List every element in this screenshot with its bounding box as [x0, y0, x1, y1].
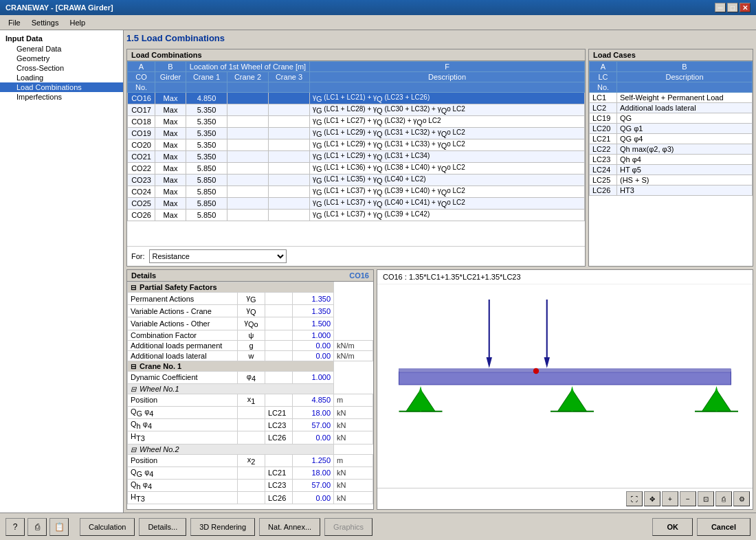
lc-row[interactable]: CO24 Max 5.850 γG (LC1 + LC37) + γQ (LC3…: [128, 186, 585, 198]
svg-point-6: [533, 368, 539, 374]
lc-case-no: LC21: [590, 134, 617, 144]
detail-lc-var-other: [265, 317, 293, 330]
col-sub-co: CO: [128, 72, 155, 82]
col-no-a: No.: [128, 82, 155, 93]
maximize-button[interactable]: □: [727, 3, 738, 12]
minimize-button[interactable]: ─: [715, 3, 726, 12]
toolbar-btn-7[interactable]: ⚙: [733, 491, 750, 506]
lc-row[interactable]: CO21 Max 5.350 γG (LC1 + LC29) + γQ (LC3…: [128, 151, 585, 163]
svg-marker-16: [569, 386, 575, 397]
lc-case-row[interactable]: LC25 (HS + S): [590, 175, 753, 185]
lc-row[interactable]: CO23 Max 5.850 γG (LC1 + LC35) + γQ (LC4…: [128, 175, 585, 186]
lc-case-row[interactable]: LC21 QG φ4: [590, 134, 753, 144]
lc-c: 5.850: [186, 198, 227, 210]
cancel-button[interactable]: Cancel: [697, 518, 751, 536]
w1-qh-val: 57.00: [293, 419, 334, 431]
w1-ht3-sym: [238, 431, 265, 444]
lc-c: 5.850: [186, 186, 227, 198]
icon-btn-export[interactable]: 📋: [49, 518, 69, 536]
lc-co: CO26: [128, 210, 155, 221]
lc-case-desc: QG: [617, 113, 753, 124]
lc-row[interactable]: CO17 Max 5.350 γG (LC1 + LC28) + γQ (LC3…: [128, 104, 585, 116]
load-combinations-table-container[interactable]: A B Location of 1st Wheel of Crane [m] F…: [127, 61, 585, 246]
w1-qh-unit: kN: [334, 419, 373, 431]
calculation-button[interactable]: Calculation: [80, 518, 135, 536]
lc-row[interactable]: CO25 Max 5.850 γG (LC1 + LC37) + γQ (LC4…: [128, 198, 585, 210]
menu-settings[interactable]: Settings: [26, 17, 65, 28]
lc-row[interactable]: CO16 Max 4.850 γG (LC1 + LC21) + γQ (LC2…: [128, 93, 585, 104]
window-title: CRANEWAY - [CRAWA Girder]: [5, 3, 113, 12]
detail-lc-var-crane: [265, 305, 293, 317]
sidebar-item-load-combinations[interactable]: Load Combinations: [0, 82, 123, 92]
w1-qg-lc: LC21: [265, 406, 293, 418]
lc-case-desc: Qh φ4: [617, 155, 753, 165]
icon-btn-help[interactable]: ?: [5, 518, 25, 536]
details-button[interactable]: Details...: [139, 518, 186, 536]
lc-row[interactable]: CO19 Max 5.350 γG (LC1 + LC29) + γQ (LC3…: [128, 128, 585, 139]
lc-e: [269, 151, 310, 163]
lc-d: [227, 210, 269, 221]
lc-row[interactable]: CO26 Max 5.850 γG (LC1 + LC37) + γQ (LC3…: [128, 210, 585, 221]
lc-case-no: LC2: [590, 103, 617, 113]
toolbar-btn-2[interactable]: ✥: [644, 491, 660, 506]
sidebar-item-geometry[interactable]: Geometry: [0, 54, 123, 63]
diagram-panel: CO16 : 1.35*LC1+1.35*LC21+1.35*LC23: [377, 269, 753, 510]
close-button[interactable]: ✕: [740, 3, 751, 12]
lc-type: Max: [155, 198, 186, 210]
toolbar-btn-1[interactable]: ⛶: [626, 491, 643, 506]
sidebar-item-loading[interactable]: Loading: [0, 73, 123, 82]
lc-row[interactable]: CO20 Max 5.350 γG (LC1 + LC29) + γQ (LC3…: [128, 139, 585, 151]
detail-label-var-other: Variable Actions - Other: [128, 317, 238, 330]
detail-label-dyn: Dynamic Coefficient: [128, 371, 238, 383]
nat-annex-button[interactable]: Nat. Annex...: [259, 518, 320, 536]
lc-e: [269, 116, 310, 128]
detail-val-var-crane: 1.350: [293, 305, 334, 317]
lc-row[interactable]: CO22 Max 5.850 γG (LC1 + LC36) + γQ (LC3…: [128, 163, 585, 175]
detail-lc-combo: [265, 330, 293, 340]
load-cases-table-container[interactable]: A B LC Description No.: [589, 61, 753, 266]
w2-qg-label: QG φ4: [128, 466, 238, 479]
rendering-3d-button[interactable]: 3D Rendering: [190, 518, 255, 536]
col-no-e: [269, 82, 310, 93]
menu-help[interactable]: Help: [64, 17, 91, 28]
ok-button[interactable]: OK: [652, 518, 693, 536]
toolbar-btn-3[interactable]: +: [662, 491, 678, 506]
toolbar-btn-5[interactable]: ⊡: [698, 491, 714, 506]
wheel1-expand-icon[interactable]: ⊟: [131, 385, 136, 393]
toolbar-btn-6[interactable]: ⎙: [715, 491, 732, 506]
bottom-left-icons: ? ⎙ 📋: [5, 518, 69, 536]
lc-row[interactable]: CO18 Max 5.350 γG (LC1 + LC27) + γQ (LC3…: [128, 116, 585, 128]
graphics-button[interactable]: Graphics: [324, 518, 373, 536]
w2-qh: Qh φ4 LC23 57.00 kN: [128, 479, 373, 491]
crane-expand-icon[interactable]: ⊟: [131, 363, 136, 370]
toolbar-btn-4[interactable]: −: [680, 491, 696, 506]
lc-col-desc2: [617, 82, 753, 93]
expand-icon[interactable]: ⊟: [131, 284, 136, 291]
for-select[interactable]: Resistance Serviceability: [149, 249, 287, 263]
detail-label-add-perm: Additional loads permanent: [128, 340, 238, 350]
lc-case-row[interactable]: LC26 HT3: [590, 185, 753, 196]
col-no-b: [155, 82, 186, 93]
sidebar-item-imperfections[interactable]: Imperfections: [0, 92, 123, 102]
partial-safety-section: ⊟ Partial Safety Factors: [128, 282, 373, 293]
lc-case-row[interactable]: LC22 Qh max(φ2, φ3): [590, 144, 753, 155]
lc-case-row[interactable]: LC20 QG φ1: [590, 124, 753, 134]
menu-file[interactable]: File: [3, 17, 26, 28]
sidebar-item-cross-section[interactable]: Cross-Section: [0, 63, 123, 73]
wheel2-expand-icon[interactable]: ⊟: [131, 446, 136, 453]
w1-ht3-lc: LC26: [265, 431, 293, 444]
lc-type: Max: [155, 163, 186, 175]
lc-case-row[interactable]: LC2 Additional loads lateral: [590, 103, 753, 113]
sidebar-item-general-data[interactable]: General Data: [0, 44, 123, 54]
details-table: ⊟ Partial Safety Factors Permanent Actio…: [127, 282, 373, 504]
lc-col-desc: Description: [617, 72, 753, 82]
lc-case-row[interactable]: LC23 Qh φ4: [590, 155, 753, 165]
lc-case-row[interactable]: LC1 Self-Weight + Permanent Load: [590, 93, 753, 103]
diagram-svg: [377, 284, 753, 488]
lc-case-row[interactable]: LC19 QG: [590, 113, 753, 124]
w2-ht3: HT3 LC26 0.00 kN: [128, 492, 373, 504]
icon-btn-print[interactable]: ⎙: [27, 518, 47, 536]
w2-ht3-val: 0.00: [293, 492, 334, 504]
lc-case-row[interactable]: LC24 HT φ5: [590, 165, 753, 175]
bottom-panels: Details CO16 ⊟ Partial Safety Factors: [126, 269, 753, 510]
